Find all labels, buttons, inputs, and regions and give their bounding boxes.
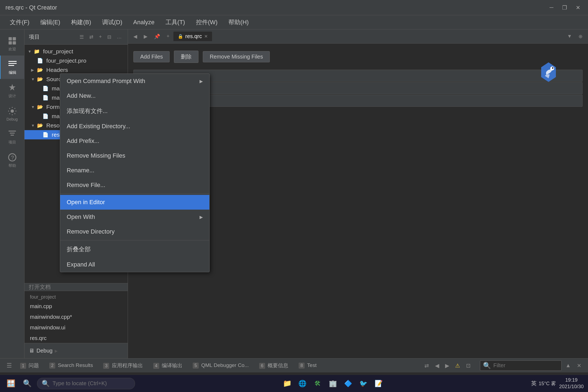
ctx-rename[interactable]: Rename... (60, 163, 209, 178)
btab-issues-num: 1 (20, 363, 26, 369)
btab-qml-debugger[interactable]: 5 QML Debugger Co... (188, 361, 253, 370)
remove-missing-files-button[interactable]: Remove Missing Files (203, 51, 270, 62)
menu-edit[interactable]: 编辑(E) (36, 17, 65, 28)
ctx-add-existing-dir[interactable]: Add Existing Directory... (60, 119, 209, 134)
btab-search[interactable]: 2 Search Results (45, 361, 97, 370)
start-button[interactable]: 🪟 (4, 377, 17, 390)
panel-sync-btn[interactable]: ⇄ (88, 33, 95, 41)
tab-lock-icon: 🔒 (178, 34, 183, 39)
ctx-remove-file[interactable]: Remove File... (60, 178, 209, 192)
prev-icon[interactable]: ◀ (435, 362, 439, 369)
next-icon[interactable]: ▶ (445, 362, 449, 369)
add-files-button[interactable]: Add Files (133, 51, 170, 62)
taskbar-app-ie[interactable]: 🌐 (296, 377, 309, 390)
sidebar-item-project[interactable]: 项目 (0, 125, 24, 149)
open-doc-res-qrc[interactable]: res.qrc (24, 333, 128, 344)
panel-more-btn[interactable]: … (115, 33, 123, 40)
filter-icon[interactable]: ⊡ (466, 362, 471, 369)
menu-analyze[interactable]: Analyze (129, 17, 159, 27)
taskbar-search-bar[interactable]: 🔍 (37, 378, 135, 389)
ctx-add-existing-file[interactable]: 添加现有文件... (60, 103, 209, 119)
open-doc-main-cpp[interactable]: main.cpp (24, 301, 128, 312)
sidebar-item-debug[interactable]: Debug (0, 102, 24, 125)
debug-item[interactable]: 🖥 Debug ▶ (24, 345, 128, 356)
ctx-add-prefix[interactable]: Add Prefix... (60, 134, 209, 148)
sidebar-item-design[interactable]: 设计 (0, 79, 24, 102)
ctx-open-cmd[interactable]: Open Command Prompt With ▶ (60, 74, 209, 88)
open-doc-mainwindow-cpp[interactable]: mainwindow.cpp* (24, 312, 128, 322)
sidebar-item-edit[interactable]: 编辑 (0, 56, 24, 79)
ctx-open-cmd-label: Open Command Prompt With (67, 78, 145, 85)
tab-nav-prev[interactable]: ◀ (131, 32, 140, 41)
ctx-open-with-label: Open With (67, 213, 95, 220)
ctx-separator-2 (60, 240, 209, 240)
ctx-open-in-editor[interactable]: Open in Editor (60, 195, 209, 210)
tab-close-btn[interactable]: ✕ (204, 34, 208, 39)
ctx-open-with[interactable]: Open With ▶ (60, 210, 209, 224)
taskbar-app-3[interactable]: 🔷 (342, 377, 355, 390)
res-toolbar: Add Files 删除 Remove Missing Files (133, 49, 583, 64)
panel-header: 项目 ☰ ⇄ + ⊟ … (24, 29, 128, 45)
sync-icon[interactable]: ⇄ (424, 362, 429, 369)
taskbar-app-files[interactable]: 📁 (281, 377, 294, 390)
panel-add-btn[interactable]: + (97, 33, 103, 40)
sidebar-edit-label: 编辑 (9, 70, 16, 75)
ctx-remove-directory[interactable]: Remove Directory (60, 224, 209, 239)
taskbar-right: 英 15°C 雾 19:19 2021/10/30 (531, 377, 584, 390)
menu-tools[interactable]: 工具(T) (161, 17, 189, 28)
btab-build-output[interactable]: 4 编译输出 (149, 361, 187, 370)
panel-filter-btn[interactable]: ☰ (78, 33, 85, 41)
btab-app-output[interactable]: 3 应用程序输出 (99, 361, 147, 370)
title-bar-controls[interactable]: ─ ❐ ✕ (547, 3, 583, 12)
remove-button[interactable]: 删除 (174, 51, 198, 63)
maximize-button[interactable]: ❐ (560, 3, 569, 12)
taskbar-app-devtools[interactable]: 🛠 (311, 377, 324, 390)
taskbar-app-qt[interactable]: 🐦 (357, 377, 370, 390)
close-button[interactable]: ✕ (574, 3, 583, 12)
tree-label-pro: four_project.pro (46, 57, 86, 64)
open-doc-mainwindow-ui[interactable]: mainwindow.ui (24, 322, 128, 333)
panel-split-btn[interactable]: ⊟ (106, 33, 113, 41)
open-doc-project: four_project (24, 293, 128, 301)
tab-res-qrc[interactable]: 🔒 res.qrc ✕ (173, 32, 212, 41)
tab-add-btn[interactable]: + (164, 32, 172, 40)
sidebar-welcome-label: 欢迎 (8, 47, 16, 52)
panel-toggle-btn[interactable]: ☰ (4, 362, 14, 369)
tree-item-pro[interactable]: 📄 four_project.pro (24, 56, 128, 65)
tab-nav-next[interactable]: ▶ (141, 32, 150, 41)
taskbar-search-input[interactable] (53, 380, 129, 387)
menu-debug[interactable]: 调试(D) (98, 17, 127, 28)
menu-file[interactable]: 文件(F) (5, 17, 34, 28)
btab-test[interactable]: 8 Test (294, 361, 321, 370)
bottom-search[interactable]: 🔍 (480, 360, 562, 371)
ctx-add-new[interactable]: Add New... (60, 88, 209, 103)
taskbar-app-office[interactable]: 🏢 (326, 377, 339, 390)
menu-build[interactable]: 构建(B) (67, 17, 95, 28)
sidebar-item-help[interactable]: ? 帮助 (0, 149, 24, 172)
warning-icon: ⚠ (455, 362, 460, 369)
tab-split-btn[interactable]: ⊕ (576, 32, 585, 41)
tree-item-root[interactable]: ▼ 📁 four_project (24, 47, 128, 56)
btab-test-label: Test (307, 362, 317, 368)
minimize-button[interactable]: ─ (547, 3, 556, 12)
menu-controls[interactable]: 控件(W) (192, 17, 222, 28)
menu-help[interactable]: 帮助(H) (224, 17, 253, 28)
filter-input[interactable] (493, 362, 559, 369)
ctx-collapse-all[interactable]: 折叠全部 (60, 241, 209, 257)
btab-issues[interactable]: 1 问题 (16, 361, 43, 370)
collapse-icon[interactable]: ▲ (565, 362, 571, 369)
ctx-expand-all[interactable]: Expand All (60, 257, 209, 272)
taskbar-app-word[interactable]: 📝 (372, 377, 385, 390)
lang-icon[interactable]: 英 (531, 380, 537, 387)
sidebar-project-label: 项目 (8, 140, 16, 145)
close-panel-icon[interactable]: ✕ (577, 362, 581, 369)
tab-dropdown-btn[interactable]: ▼ (564, 32, 575, 40)
ctx-remove-missing[interactable]: Remove Missing Files (60, 148, 209, 163)
tree-item-headers[interactable]: ▶ 📂 Headers (24, 65, 128, 75)
search-button[interactable]: 🔍 (21, 377, 34, 390)
btab-general-info[interactable]: 6 概要信息 (255, 361, 293, 370)
sidebar-item-welcome[interactable]: 欢迎 (0, 32, 24, 56)
panel-controls: ☰ ⇄ + ⊟ … (78, 33, 123, 41)
btab-issues-label: 问题 (29, 363, 39, 368)
tab-pin-btn[interactable]: 📌 (151, 32, 163, 41)
